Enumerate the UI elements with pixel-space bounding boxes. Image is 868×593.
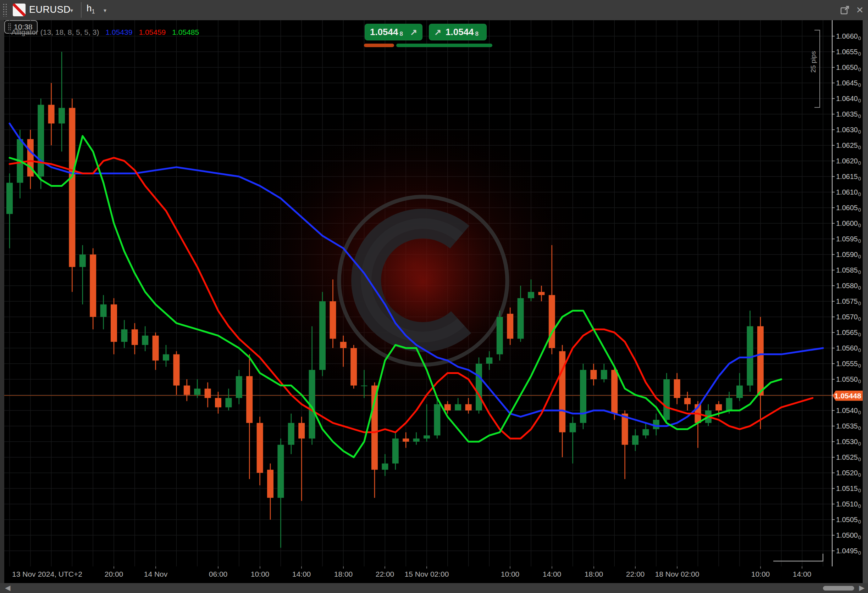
price-axis-tick [833,488,835,489]
price-axis-tick [833,145,835,146]
price-axis-tick [833,98,835,99]
drag-handle-icon[interactable] [3,3,7,17]
price-axis-label: 1.05350 [836,422,861,430]
price-axis-tick [833,270,835,271]
price-axis-tick [833,192,835,193]
chart-canvas[interactable]: Alligator (13, 18, 8, 5, 5, 3) 1.05439 1… [4,20,832,567]
sentiment-bar-sell [364,44,394,47]
time-axis-label: 14 Nov [124,570,187,578]
price-axis-label: 1.04950 [836,547,861,555]
price-axis-tick [833,254,835,255]
time-axis-tick [427,567,427,568]
price-axis[interactable]: 1.05448 1.066001.065501.065001.064501.06… [832,20,863,567]
time-axis-label: 15 Nov 02:00 [395,570,459,578]
price-axis-tick [833,457,835,458]
time-axis-tick [385,567,385,568]
price-axis-label: 1.05050 [836,515,861,524]
price-axis-tick [833,301,835,302]
alligator-label: Alligator (13, 18, 8, 5, 5, 3) [11,28,99,37]
price-axis-separator [832,20,833,567]
price-axis-tick [833,285,835,286]
price-axis-tick [833,52,835,52]
price-axis-label: 1.05800 [836,281,861,290]
time-axis-tick [635,567,636,568]
price-axis-label: 1.06300 [836,125,861,134]
alligator-jaw-value: 1.05439 [105,28,132,37]
instrument-icon [13,3,25,16]
left-panel-strip [0,20,4,583]
time-axis-tick [593,567,594,568]
alligator-lips-value: 1.05485 [172,28,199,37]
price-axis-tick [833,223,835,224]
timeframe-sub-label: 1 [92,9,95,15]
time-axis-tick [218,567,218,568]
price-axis-tick [833,36,835,37]
price-axis-label: 1.06350 [836,110,861,118]
close-icon[interactable]: × [856,3,864,16]
price-axis-label: 1.05550 [836,359,861,368]
chevron-down-icon[interactable]: ▾ [103,7,106,14]
buy-price: 1.0544 [446,26,474,38]
horizontal-scrollbar[interactable]: ◀ ▶ [0,583,868,593]
price-axis-label: 1.06500 [836,63,861,72]
price-axis-tick [833,316,835,317]
time-axis-tick [155,567,156,568]
price-axis-tick [833,207,835,208]
price-axis-label: 1.06600 [836,32,861,40]
price-axis-tick [833,160,835,161]
timeframe-label: h [87,3,92,13]
price-axis-tick [833,67,835,68]
price-axis-label: 1.06250 [836,141,861,150]
time-axis-label: 18 Nov 02:00 [645,570,709,578]
time-axis-date-label: 13 Nov 2024, UTC+2 [1,570,93,578]
price-axis-label: 1.05850 [836,266,861,274]
price-axis-label: 1.05950 [836,235,861,243]
symbol-selector[interactable]: EURUSD [29,4,71,15]
scroll-left-button[interactable]: ◀ [5,583,10,592]
sell-price-sub: 8 [399,31,403,38]
price-axis-label: 1.05400 [836,406,861,415]
price-axis-label: 1.05250 [836,453,861,462]
time-axis-tick [301,567,302,568]
sell-button[interactable]: 1.05448↗ [365,24,422,40]
price-axis-tick [833,410,835,411]
price-axis-tick [833,535,835,536]
price-axis-label: 1.05100 [836,500,861,508]
price-axis-label: 1.05600 [836,344,861,352]
sentiment-bar-buy [396,44,492,47]
time-axis-label: 14:00 [770,570,834,578]
pips-measure-label: 25 pips [809,41,817,73]
price-axis-tick [833,441,835,442]
price-axis-tick [833,379,835,380]
right-panel-strip [863,20,868,583]
scrollbar-thumb[interactable] [823,586,854,590]
sentiment-bar [364,44,492,47]
price-axis-label: 1.06550 [836,47,861,56]
price-axis-label: 1.05150 [836,484,861,493]
time-axis[interactable]: 13 Nov 2024, UTC+220:0014 Nov06:0010:001… [4,567,863,583]
price-axis-label: 1.06450 [836,79,861,87]
price-axis-label: 1.06200 [836,157,861,165]
toolbar-divider [81,2,81,18]
price-axis-tick [833,426,835,427]
current-price-tag: 1.05448 [833,391,863,401]
time-axis-tick [677,567,678,568]
chevron-down-icon[interactable]: ▾ [70,7,73,14]
buy-button[interactable]: ↗1.05448 [429,24,487,40]
price-axis-tick [833,332,835,333]
price-axis-tick [833,363,835,364]
alligator-teeth-value: 1.05459 [139,28,166,37]
timeframe-selector[interactable]: h1 [87,3,95,15]
price-axis-label: 1.06400 [836,94,861,103]
time-axis-tick [343,567,344,568]
time-axis-tick [260,567,260,568]
price-axis-tick [833,114,835,115]
chart-plot [4,20,832,567]
price-axis-tick [833,504,835,505]
price-axis-label: 1.05500 [836,375,861,384]
scroll-right-button[interactable]: ▶ [859,583,865,592]
popout-icon[interactable] [840,5,850,15]
price-axis-label: 1.06050 [836,203,861,212]
price-axis-tick [833,550,835,551]
sell-price: 1.0544 [370,26,399,38]
